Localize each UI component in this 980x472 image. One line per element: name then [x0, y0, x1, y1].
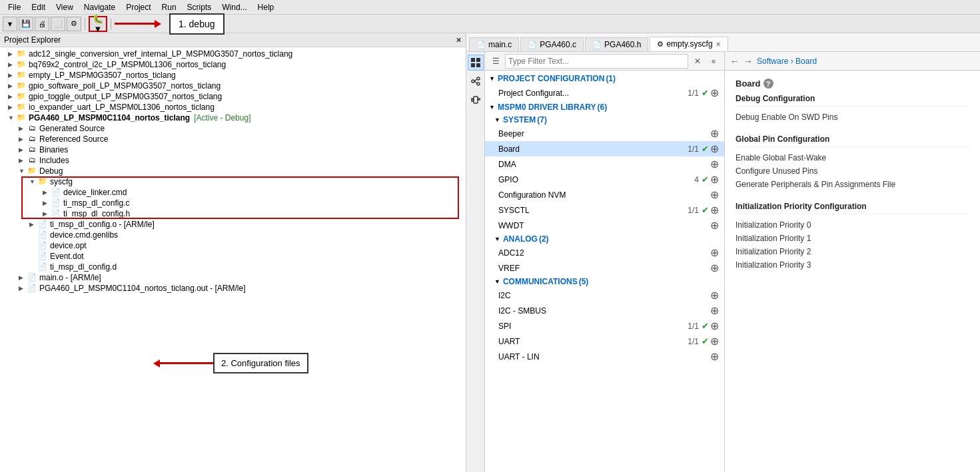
- syscfg-content: ▼ PROJECT CONFIGURATION (1) Project Conf…: [485, 71, 724, 472]
- tree-item-adc12[interactable]: ▶ 📁 adc12_single_conversion_vref_interna…: [0, 49, 466, 59]
- menu-navigate[interactable]: Navigate: [79, 1, 121, 13]
- section-project-config[interactable]: ▼ PROJECT CONFIGURATION (1): [485, 72, 724, 85]
- config-item-i2c[interactable]: I2C ⊕: [485, 288, 724, 303]
- tab-label: PGA460.h: [604, 40, 641, 49]
- tab-main-c[interactable]: 📄 main.c: [469, 37, 519, 51]
- subsection-communications[interactable]: ▼ COMMUNICATIONS (5): [485, 276, 724, 288]
- config-item-adc12[interactable]: ADC12 ⊕: [485, 245, 724, 260]
- add-icon[interactable]: ⊕: [710, 219, 719, 232]
- tree-item-device-opt[interactable]: 📄 device.opt: [0, 240, 466, 251]
- forward-button[interactable]: →: [743, 56, 753, 67]
- help-icon[interactable]: ?: [763, 79, 773, 89]
- side-pinout-btn[interactable]: [468, 92, 484, 108]
- config-item-dma[interactable]: DMA ⊕: [485, 156, 724, 172]
- menu-view[interactable]: View: [51, 1, 79, 13]
- config-item-uart-lin[interactable]: UART - LIN ⊕: [485, 349, 724, 364]
- config-item-sysctl[interactable]: SYSCTL 1/1 ✔ ⊕: [485, 202, 724, 218]
- config-item-wwdt[interactable]: WWDT ⊕: [485, 218, 724, 233]
- config-item-spi[interactable]: SPI 1/1 ✔ ⊕: [485, 318, 724, 334]
- tab-syscfg[interactable]: ⚙ empty.syscfg ✕: [650, 37, 728, 51]
- config-item-project-configurat[interactable]: Project Configurat... 1/1 ✔ ⊕: [485, 85, 724, 101]
- tree-item-binaries[interactable]: ▶ 🗂 Binaries: [0, 144, 466, 155]
- collapse-all-btn[interactable]: «: [707, 55, 720, 68]
- config-item-label: WWDT: [498, 221, 710, 230]
- add-icon[interactable]: ⊕: [710, 142, 719, 155]
- section-mspm0-driver[interactable]: ▼ MSPM0 DRIVER LIBRARY (6): [485, 101, 724, 114]
- add-icon[interactable]: ⊕: [710, 335, 719, 348]
- toolbar-build-btn[interactable]: ⬜: [51, 17, 65, 31]
- toolbar-debug-run-btn[interactable]: 🐛▼: [89, 16, 107, 32]
- tree-item-gpio-toggle[interactable]: ▶ 📁 gpio_toggle_output_LP_MSPM0G3507_nor…: [0, 91, 466, 102]
- tree-item-main-o[interactable]: ▶ 📄 main.o - [ARM/le]: [0, 272, 466, 283]
- toolbar-run-btn[interactable]: ⚙: [67, 17, 81, 31]
- tree-item-device-genlibs[interactable]: 📄 device.cmd.genlibs: [0, 230, 466, 240]
- add-icon[interactable]: ⊕: [710, 87, 719, 99]
- add-icon[interactable]: ⊕: [710, 127, 719, 140]
- toolbar-save-btn[interactable]: 💾: [19, 17, 33, 31]
- panel-close-btn[interactable]: ✕: [456, 36, 462, 45]
- tree-item-empty[interactable]: ▶ 📁 empty_LP_MSPM0G3507_nortos_ticlang: [0, 70, 466, 81]
- tree-item-ti-msp-dl-h[interactable]: ▶ 📄 ti_msp_dl_config.h: [0, 208, 466, 219]
- menu-window[interactable]: Wind...: [217, 1, 252, 13]
- back-button[interactable]: ←: [730, 56, 739, 67]
- side-connect-btn[interactable]: [468, 73, 484, 89]
- clear-filter-btn[interactable]: ✕: [691, 55, 704, 68]
- add-icon[interactable]: ⊕: [710, 173, 719, 186]
- tab-pga460-h[interactable]: 📄 PGA460.h: [585, 37, 648, 51]
- subsection-analog[interactable]: ▼ ANALOG (2): [485, 233, 724, 245]
- add-icon[interactable]: ⊕: [710, 246, 719, 259]
- add-icon[interactable]: ⊕: [710, 262, 719, 274]
- tree-item-device-linker[interactable]: ▶ 📄 device_linker.cmd: [0, 187, 466, 198]
- tree-item-io-expander[interactable]: ▶ 📁 io_expander_uart_LP_MSPM0L1306_norto…: [0, 102, 466, 113]
- tree-item-pga460[interactable]: ▼ 📁 PGA460_LP_MSPM0C1104_nortos_ticlang …: [0, 113, 466, 123]
- menu-scripts[interactable]: Scripts: [182, 1, 217, 13]
- tree-item-syscfg[interactable]: ▼ 📁 syscfg: [0, 176, 466, 187]
- add-icon[interactable]: ⊕: [710, 188, 719, 201]
- filter-input-container[interactable]: [505, 54, 688, 69]
- menu-file[interactable]: File: [3, 1, 26, 13]
- config-item-uart[interactable]: UART 1/1 ✔ ⊕: [485, 334, 724, 349]
- tree-item-ti-msp-dl-d[interactable]: 📄 ti_msp_dl_config.d: [0, 262, 466, 272]
- add-icon[interactable]: ⊕: [710, 350, 719, 363]
- add-icon[interactable]: ⊕: [710, 158, 719, 170]
- config-item-beeper[interactable]: Beeper ⊕: [485, 126, 724, 141]
- config-item-nvm[interactable]: Configuration NVM ⊕: [485, 187, 724, 202]
- menu-help[interactable]: Help: [252, 1, 280, 13]
- config-item-board[interactable]: Board 1/1 ✔ ⊕: [485, 141, 724, 156]
- tree-item-bq769[interactable]: ▶ 📁 bq769x2_control_i2c_LP_MSPM0L1306_no…: [0, 59, 466, 70]
- menu-project[interactable]: Project: [121, 1, 156, 13]
- menu-run[interactable]: Run: [157, 1, 182, 13]
- add-icon[interactable]: ⊕: [710, 320, 719, 332]
- fast-wake-field: Enable Global Fast-Wake: [735, 151, 969, 164]
- tree-item-ti-msp-dl-o[interactable]: ▶ 📄 ti_msp_dl_config.o - [ARM/le]: [0, 219, 466, 230]
- menu-edit[interactable]: Edit: [26, 1, 51, 13]
- tree-item-event-dot[interactable]: 📄 Event.dot: [0, 251, 466, 262]
- tree-item-pga460-out[interactable]: ▶ 📄 PGA460_LP_MSPM0C1104_nortos_ticlang.…: [0, 283, 466, 294]
- tab-pga460-c[interactable]: 📄 PGA460.c: [520, 37, 584, 51]
- filter-icon-btn[interactable]: ☰: [489, 55, 502, 68]
- add-icon[interactable]: ⊕: [710, 204, 719, 216]
- breadcrumb-board[interactable]: Board: [795, 57, 817, 66]
- tab-close-btn[interactable]: ✕: [716, 41, 721, 48]
- syscfg-panel: ☰ ✕ « ▼ PROJECT CONFIGURATION (1): [485, 52, 725, 472]
- add-icon[interactable]: ⊕: [710, 289, 719, 302]
- subsection-system[interactable]: ▼ SYSTEM (7): [485, 114, 724, 126]
- tree-item-referenced-source[interactable]: ▶ 🗂 Referenced Source: [0, 134, 466, 144]
- tree-item-generated-source[interactable]: ▶ 🗂 Generated Source: [0, 123, 466, 134]
- toolbar-print-btn[interactable]: 🖨: [35, 17, 49, 31]
- side-grid-btn[interactable]: [468, 55, 484, 71]
- config-item-i2c-smbus[interactable]: I2C - SMBUS ⊕: [485, 303, 724, 318]
- config-item-gpio[interactable]: GPIO 4 ✔ ⊕: [485, 172, 724, 187]
- tree-item-includes[interactable]: ▶ 🗂 Includes: [0, 155, 466, 166]
- item-label: Includes: [39, 156, 69, 165]
- item-label: Referenced Source: [39, 134, 108, 144]
- breadcrumb-software[interactable]: Software: [757, 57, 788, 66]
- config-item-vref[interactable]: VREF ⊕: [485, 260, 724, 276]
- add-icon[interactable]: ⊕: [710, 304, 719, 317]
- toolbar-new-btn[interactable]: ▼: [3, 17, 17, 31]
- tree-item-debug-folder[interactable]: ▼ 📁 Debug: [0, 166, 466, 176]
- item-label: main.o - [ARM/le]: [39, 273, 101, 282]
- tree-item-gpio-poll[interactable]: ▶ 📁 gpio_software_poll_LP_MSPM0G3507_nor…: [0, 81, 466, 91]
- filter-input[interactable]: [508, 57, 685, 66]
- tree-item-ti-msp-dl-c[interactable]: ▶ 📄 ti_msp_dl_config.c: [0, 198, 466, 208]
